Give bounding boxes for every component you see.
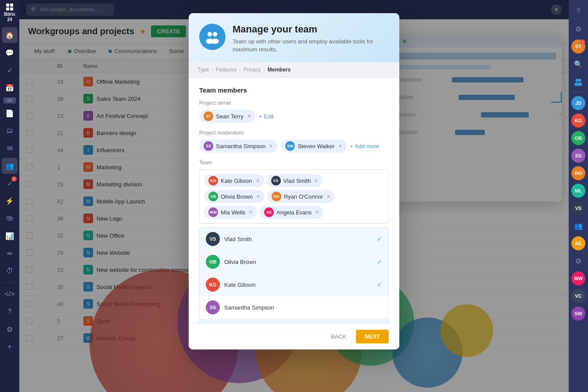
- mod-name-1: Steven Walker: [298, 143, 334, 150]
- team-remove-5[interactable]: ✕: [315, 210, 319, 215]
- wizard-nav: Type › Features › Privacy › Members: [189, 62, 399, 78]
- back-button[interactable]: BACK: [326, 330, 351, 343]
- team-avatar-2: OB: [208, 192, 218, 201]
- sidebar-icon-calendar[interactable]: 📅: [2, 80, 18, 96]
- team-member-1: VS Vlad Smith ✕: [267, 174, 323, 187]
- sidebar-icon-add[interactable]: +: [2, 339, 18, 355]
- sidebar-icon-drive[interactable]: 🗂: [2, 123, 18, 139]
- wizard-header-icon: [199, 24, 226, 50]
- team-member-4: MW Mia Wells ✕: [204, 206, 257, 219]
- right-avatar-9[interactable]: MW: [570, 271, 586, 286]
- dropdown-item-0[interactable]: VS Vlad Smith ✓: [200, 228, 388, 250]
- wizard-title: Manage your team: [233, 24, 389, 35]
- sidebar-sp-wrap: SP: [4, 97, 16, 103]
- right-avatar-2[interactable]: KG: [570, 113, 586, 128]
- sidebar-icon-messages[interactable]: 💬: [2, 45, 18, 61]
- svg-point-3: [211, 39, 219, 44]
- team-avatar-4: MW: [208, 207, 218, 217]
- right-avatar-6[interactable]: ML: [570, 183, 586, 199]
- team-avatar-1: VS: [271, 176, 281, 185]
- svg-point-7: [577, 82, 582, 86]
- right-avatar-7[interactable]: VS: [570, 200, 586, 216]
- owner-row: ST Sean Terry ✕ + + Add more Edit: [199, 110, 389, 123]
- team-avatar-3: RO: [272, 192, 281, 201]
- right-icon-help[interactable]: ?: [570, 4, 586, 19]
- moderators-row: SS Samantha Simpson ✕ SW Steven Walker ✕…: [199, 139, 389, 153]
- sidebar-icon-code[interactable]: </>: [2, 286, 18, 302]
- owner-name: Sean Terry: [216, 113, 244, 120]
- team-avatar-5: AE: [264, 207, 274, 217]
- team-member-2: OB Olivia Brown ✕: [204, 190, 265, 203]
- sidebar-icon-settings[interactable]: ⚙: [2, 321, 18, 337]
- right-avatar-4[interactable]: SS: [570, 148, 586, 164]
- sidebar-check-wrap: ✓ 1: [2, 175, 18, 191]
- wizard-footer: BACK NEXT: [189, 323, 399, 349]
- owner-label: Project owner: [199, 100, 389, 106]
- add-more-link[interactable]: + Add more: [350, 143, 380, 150]
- svg-point-0: [208, 32, 212, 36]
- sidebar-icon-crm[interactable]: 📊: [2, 228, 18, 244]
- user-avatar-0: VS: [206, 232, 220, 246]
- team-remove-3[interactable]: ✕: [326, 194, 330, 200]
- dropdown-item-4[interactable]: RO Ryan O'Connor ✓: [200, 319, 388, 323]
- check-icon-0: ✓: [377, 235, 382, 242]
- team-member-5: AE Angela Evans ✕: [260, 206, 323, 219]
- right-avatar-11[interactable]: SW: [570, 306, 586, 321]
- team-member-3: RO Ryan O'Connor ✕: [267, 190, 335, 203]
- right-icon-search[interactable]: 🔍: [570, 56, 586, 72]
- moderator-tag-1: SW Steven Walker ✕: [281, 139, 346, 153]
- sidebar-icon-edit[interactable]: ✏: [2, 246, 18, 261]
- team-member-0: KG Kate Gibson ✕: [204, 174, 264, 187]
- user-name-2: Kate Gibson: [224, 282, 256, 288]
- sidebar-icon-help[interactable]: ?: [2, 304, 18, 320]
- right-groups-icon[interactable]: 👥: [570, 218, 586, 234]
- sidebar-icon-tasks[interactable]: ✓: [2, 62, 18, 78]
- mod-remove-0[interactable]: ✕: [269, 143, 273, 149]
- right-avatar-3[interactable]: OB: [570, 130, 586, 146]
- mod-remove-1[interactable]: ✕: [338, 143, 342, 149]
- team-tags: KG Kate Gibson ✕ VS Vlad Smith ✕ OB Oliv…: [199, 169, 389, 224]
- right-icon-settings[interactable]: ⚙: [570, 21, 586, 37]
- owner-avatar: ST: [204, 111, 213, 121]
- right-icon-groups[interactable]: [570, 74, 586, 89]
- moderator-tag-0: SS Samantha Simpson ✕: [199, 139, 277, 153]
- right-avatar-5[interactable]: RO: [570, 165, 586, 181]
- right-settings-2[interactable]: ⚙: [570, 253, 586, 269]
- sidebar-icon-mail[interactable]: ✉: [2, 140, 18, 156]
- nav-features[interactable]: Features: [216, 67, 237, 73]
- team-remove-0[interactable]: ✕: [256, 178, 260, 184]
- sidebar-icon-home[interactable]: 🏠: [2, 27, 18, 43]
- sidebar-icon-docs[interactable]: 📄: [2, 105, 18, 121]
- wizard-modal: Manage your team Team up with other user…: [189, 13, 399, 349]
- app-logo: Bitrix 24: [4, 4, 15, 22]
- edit-link[interactable]: + + Add more Edit: [259, 113, 274, 120]
- next-button[interactable]: NEXT: [356, 330, 389, 343]
- right-avatar-10[interactable]: VC: [570, 288, 586, 304]
- right-avatar-1[interactable]: JD: [570, 95, 586, 111]
- check-icon-1: ✓: [377, 258, 382, 265]
- sidebar-icon-timer[interactable]: ⏱: [2, 263, 18, 279]
- mod-avatar-0: SS: [204, 141, 213, 151]
- dropdown-item-2[interactable]: KG Kate Gibson ✓: [200, 273, 388, 296]
- nav-members[interactable]: Members: [268, 67, 291, 73]
- dropdown-item-3[interactable]: SS Samantha Simpson: [200, 296, 388, 319]
- svg-point-5: [578, 79, 581, 82]
- left-sidebar: Bitrix 24 🏠 💬 ✓ 📅 SP 📄 🗂 ✉ 👥 ✓ 1 ⚡ 🛍 📊 ✏…: [0, 0, 19, 392]
- user-name-3: Samantha Simpson: [224, 304, 274, 311]
- team-remove-1[interactable]: ✕: [314, 178, 318, 184]
- dropdown-list: VS Vlad Smith ✓ OB Olivia Brown ✓ KG Kat…: [199, 227, 389, 323]
- mod-name-0: Samantha Simpson: [216, 143, 265, 150]
- sidebar-icon-filter[interactable]: ⚡: [2, 193, 18, 209]
- nav-type[interactable]: Type: [197, 67, 209, 73]
- sidebar-icon-groups[interactable]: 👥: [2, 158, 18, 174]
- nav-privacy[interactable]: Privacy: [244, 67, 261, 73]
- dropdown-item-1[interactable]: OB Olivia Brown ✓: [200, 250, 388, 273]
- owner-remove[interactable]: ✕: [247, 114, 251, 119]
- right-avatar-8[interactable]: AE: [570, 235, 586, 251]
- team-remove-4[interactable]: ✕: [249, 210, 253, 215]
- right-icon-profile[interactable]: ST 1: [570, 39, 586, 54]
- user-avatar-1: OB: [206, 255, 220, 269]
- sidebar-icon-store[interactable]: 🛍: [2, 210, 18, 226]
- owner-tag: ST Sean Terry ✕: [199, 110, 255, 123]
- team-remove-2[interactable]: ✕: [256, 194, 260, 200]
